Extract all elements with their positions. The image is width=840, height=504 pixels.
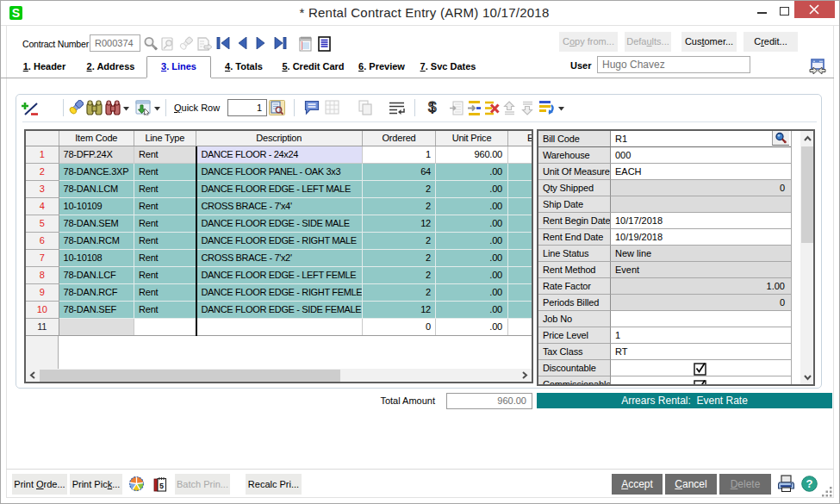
svg-text:?: ? [806, 477, 813, 490]
svg-text:5: 5 [159, 482, 164, 490]
